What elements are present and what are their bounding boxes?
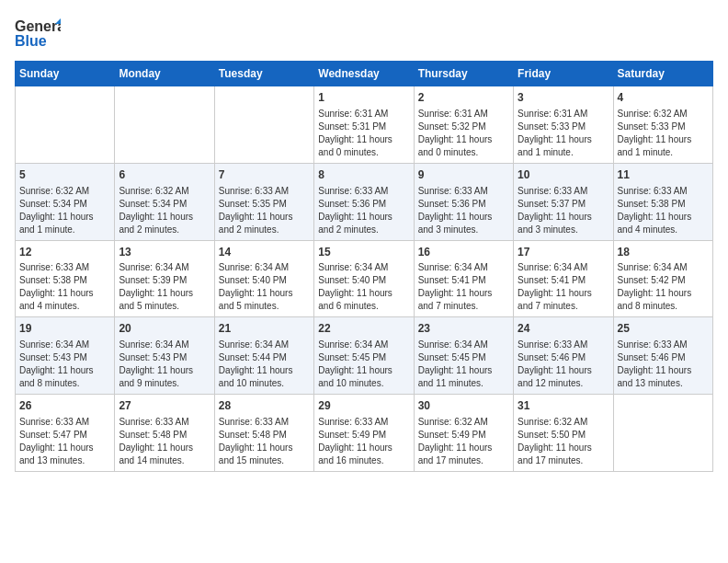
calendar-week-row: 12Sunrise: 6:33 AM Sunset: 5:38 PM Dayli… (16, 240, 713, 317)
calendar-table: SundayMondayTuesdayWednesdayThursdayFrid… (15, 61, 713, 472)
day-info: Sunrise: 6:34 AM Sunset: 5:45 PM Dayligh… (418, 339, 509, 390)
calendar-week-row: 1Sunrise: 6:31 AM Sunset: 5:31 PM Daylig… (16, 86, 713, 164)
day-number: 11 (618, 167, 709, 183)
day-number: 29 (318, 398, 409, 414)
calendar-cell: 12Sunrise: 6:33 AM Sunset: 5:38 PM Dayli… (16, 240, 115, 317)
calendar-cell: 17Sunrise: 6:34 AM Sunset: 5:41 PM Dayli… (514, 240, 613, 317)
calendar-cell: 29Sunrise: 6:33 AM Sunset: 5:49 PM Dayli… (314, 395, 414, 472)
calendar-cell: 8Sunrise: 6:33 AM Sunset: 5:36 PM Daylig… (314, 163, 414, 240)
calendar-header-row: SundayMondayTuesdayWednesdayThursdayFrid… (16, 62, 713, 86)
day-number: 22 (318, 321, 409, 337)
calendar-cell: 7Sunrise: 6:33 AM Sunset: 5:35 PM Daylig… (214, 163, 313, 240)
day-number: 19 (19, 321, 110, 337)
calendar-week-row: 5Sunrise: 6:32 AM Sunset: 5:34 PM Daylig… (16, 163, 713, 240)
day-info: Sunrise: 6:32 AM Sunset: 5:34 PM Dayligh… (119, 185, 210, 236)
day-info: Sunrise: 6:34 AM Sunset: 5:45 PM Dayligh… (318, 339, 409, 390)
calendar-cell: 19Sunrise: 6:34 AM Sunset: 5:43 PM Dayli… (16, 317, 115, 395)
logo-icon: General Blue (15, 15, 61, 52)
day-number: 30 (418, 398, 509, 414)
calendar-cell: 20Sunrise: 6:34 AM Sunset: 5:43 PM Dayli… (115, 317, 214, 395)
calendar-day-header: Sunday (16, 62, 115, 86)
day-info: Sunrise: 6:34 AM Sunset: 5:44 PM Dayligh… (219, 339, 310, 390)
calendar-cell: 28Sunrise: 6:33 AM Sunset: 5:48 PM Dayli… (214, 395, 313, 472)
calendar-cell: 30Sunrise: 6:32 AM Sunset: 5:49 PM Dayli… (414, 395, 513, 472)
day-number: 23 (418, 321, 509, 337)
day-info: Sunrise: 6:34 AM Sunset: 5:41 PM Dayligh… (418, 261, 509, 313)
day-info: Sunrise: 6:33 AM Sunset: 5:46 PM Dayligh… (518, 339, 609, 390)
day-info: Sunrise: 6:33 AM Sunset: 5:35 PM Dayligh… (219, 185, 310, 236)
calendar-cell: 14Sunrise: 6:34 AM Sunset: 5:40 PM Dayli… (214, 240, 313, 317)
calendar-cell: 26Sunrise: 6:33 AM Sunset: 5:47 PM Dayli… (16, 395, 115, 472)
calendar-cell: 16Sunrise: 6:34 AM Sunset: 5:41 PM Dayli… (414, 240, 513, 317)
calendar-cell: 3Sunrise: 6:31 AM Sunset: 5:33 PM Daylig… (514, 86, 613, 164)
calendar-cell: 11Sunrise: 6:33 AM Sunset: 5:38 PM Dayli… (613, 163, 712, 240)
day-number: 8 (318, 167, 409, 183)
day-number: 18 (618, 245, 709, 260)
calendar-cell: 21Sunrise: 6:34 AM Sunset: 5:44 PM Dayli… (214, 317, 313, 395)
day-number: 3 (518, 90, 609, 106)
calendar-cell (613, 395, 712, 472)
day-info: Sunrise: 6:33 AM Sunset: 5:48 PM Dayligh… (119, 416, 210, 467)
calendar-week-row: 19Sunrise: 6:34 AM Sunset: 5:43 PM Dayli… (16, 317, 713, 395)
calendar-cell: 22Sunrise: 6:34 AM Sunset: 5:45 PM Dayli… (314, 317, 414, 395)
day-number: 5 (19, 167, 110, 183)
calendar-cell: 25Sunrise: 6:33 AM Sunset: 5:46 PM Dayli… (613, 317, 712, 395)
svg-text:General: General (15, 18, 61, 34)
day-number: 16 (418, 245, 509, 260)
calendar-day-header: Friday (514, 62, 613, 86)
calendar-cell (115, 86, 214, 164)
day-number: 7 (219, 167, 310, 183)
calendar-day-header: Tuesday (214, 62, 313, 86)
day-info: Sunrise: 6:31 AM Sunset: 5:31 PM Dayligh… (318, 108, 409, 159)
page-header: General Blue (15, 15, 713, 52)
calendar-cell (16, 86, 115, 164)
day-info: Sunrise: 6:31 AM Sunset: 5:33 PM Dayligh… (518, 108, 609, 159)
day-info: Sunrise: 6:33 AM Sunset: 5:37 PM Dayligh… (518, 185, 609, 236)
logo: General Blue (15, 15, 61, 52)
day-info: Sunrise: 6:34 AM Sunset: 5:40 PM Dayligh… (219, 261, 310, 313)
calendar-cell: 9Sunrise: 6:33 AM Sunset: 5:36 PM Daylig… (414, 163, 513, 240)
calendar-cell: 15Sunrise: 6:34 AM Sunset: 5:40 PM Dayli… (314, 240, 414, 317)
calendar-cell (214, 86, 313, 164)
day-number: 17 (518, 245, 609, 260)
day-number: 21 (219, 321, 310, 337)
calendar-cell: 27Sunrise: 6:33 AM Sunset: 5:48 PM Dayli… (115, 395, 214, 472)
calendar-cell: 31Sunrise: 6:32 AM Sunset: 5:50 PM Dayli… (514, 395, 613, 472)
calendar-cell: 13Sunrise: 6:34 AM Sunset: 5:39 PM Dayli… (115, 240, 214, 317)
day-number: 28 (219, 398, 310, 414)
calendar-day-header: Saturday (613, 62, 712, 86)
day-number: 27 (119, 398, 210, 414)
day-number: 2 (418, 90, 509, 106)
day-number: 24 (518, 321, 609, 337)
calendar-day-header: Monday (115, 62, 214, 86)
day-info: Sunrise: 6:33 AM Sunset: 5:46 PM Dayligh… (618, 339, 709, 390)
day-number: 25 (618, 321, 709, 337)
day-number: 6 (119, 167, 210, 183)
day-info: Sunrise: 6:34 AM Sunset: 5:42 PM Dayligh… (618, 261, 709, 313)
day-info: Sunrise: 6:34 AM Sunset: 5:43 PM Dayligh… (19, 339, 110, 390)
calendar-cell: 5Sunrise: 6:32 AM Sunset: 5:34 PM Daylig… (16, 163, 115, 240)
day-number: 13 (119, 245, 210, 260)
day-info: Sunrise: 6:33 AM Sunset: 5:36 PM Dayligh… (418, 185, 509, 236)
day-number: 20 (119, 321, 210, 337)
day-info: Sunrise: 6:32 AM Sunset: 5:50 PM Dayligh… (518, 416, 609, 467)
svg-text:Blue: Blue (15, 33, 47, 49)
day-number: 1 (318, 90, 409, 106)
day-info: Sunrise: 6:31 AM Sunset: 5:32 PM Dayligh… (418, 108, 509, 159)
day-number: 26 (19, 398, 110, 414)
day-info: Sunrise: 6:32 AM Sunset: 5:33 PM Dayligh… (618, 108, 709, 159)
calendar-cell: 1Sunrise: 6:31 AM Sunset: 5:31 PM Daylig… (314, 86, 414, 164)
day-info: Sunrise: 6:32 AM Sunset: 5:49 PM Dayligh… (418, 416, 509, 467)
day-info: Sunrise: 6:33 AM Sunset: 5:47 PM Dayligh… (19, 416, 110, 467)
day-number: 4 (618, 90, 709, 106)
day-number: 12 (19, 245, 110, 260)
day-info: Sunrise: 6:33 AM Sunset: 5:38 PM Dayligh… (19, 261, 110, 313)
day-info: Sunrise: 6:34 AM Sunset: 5:43 PM Dayligh… (119, 339, 210, 390)
day-number: 15 (318, 245, 409, 260)
day-info: Sunrise: 6:33 AM Sunset: 5:36 PM Dayligh… (318, 185, 409, 236)
calendar-week-row: 26Sunrise: 6:33 AM Sunset: 5:47 PM Dayli… (16, 395, 713, 472)
calendar-cell: 6Sunrise: 6:32 AM Sunset: 5:34 PM Daylig… (115, 163, 214, 240)
day-info: Sunrise: 6:32 AM Sunset: 5:34 PM Dayligh… (19, 185, 110, 236)
day-info: Sunrise: 6:34 AM Sunset: 5:41 PM Dayligh… (518, 261, 609, 313)
calendar-cell: 23Sunrise: 6:34 AM Sunset: 5:45 PM Dayli… (414, 317, 513, 395)
